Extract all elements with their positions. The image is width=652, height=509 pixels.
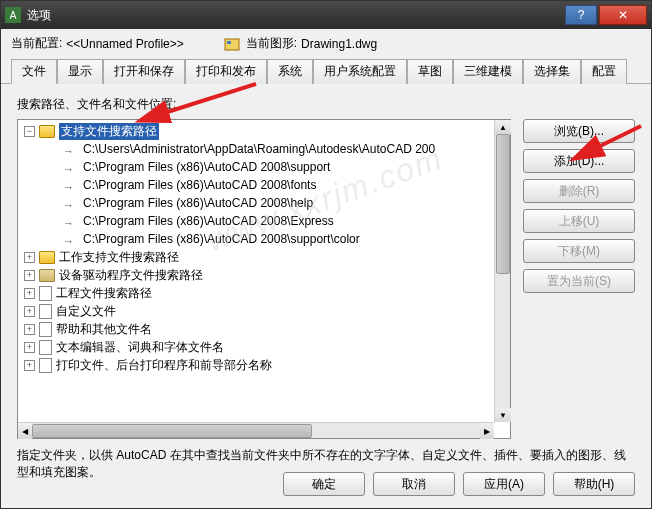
add-button[interactable]: 添加(D)... <box>523 149 635 173</box>
tab-user-prefs[interactable]: 用户系统配置 <box>313 59 407 84</box>
expand-icon[interactable]: + <box>24 252 35 263</box>
tree-root-label[interactable]: 支持文件搜索路径 <box>59 123 159 140</box>
expand-icon[interactable]: + <box>24 270 35 281</box>
move-down-button[interactable]: 下移(M) <box>523 239 635 263</box>
folder-icon <box>39 269 55 282</box>
current-config-value: <<Unnamed Profile>> <box>66 37 183 51</box>
collapse-icon[interactable]: − <box>24 126 35 137</box>
tree-path-item[interactable]: C:\Program Files (x86)\AutoCAD 2008\font… <box>20 176 508 194</box>
document-icon <box>39 322 52 337</box>
tab-files[interactable]: 文件 <box>11 59 57 84</box>
document-icon <box>39 304 52 319</box>
tab-strip: 文件 显示 打开和保存 打印和发布 系统 用户系统配置 草图 三维建模 选择集 … <box>1 58 651 84</box>
document-icon <box>39 286 52 301</box>
expand-icon[interactable]: + <box>24 342 35 353</box>
section-label: 搜索路径、文件名和文件位置: <box>17 96 635 113</box>
tab-display[interactable]: 显示 <box>57 59 103 84</box>
help-button[interactable]: 帮助(H) <box>553 472 635 496</box>
scrollbar-thumb[interactable] <box>32 424 312 438</box>
tree-path-item[interactable]: C:\Program Files (x86)\AutoCAD 2008\supp… <box>20 158 508 176</box>
tab-system[interactable]: 系统 <box>267 59 313 84</box>
tree-path-item[interactable]: C:\Program Files (x86)\AutoCAD 2008\supp… <box>20 230 508 248</box>
window-title: 选项 <box>27 7 565 24</box>
browse-button[interactable]: 浏览(B)... <box>523 119 635 143</box>
tree-node-text-editor[interactable]: +文本编辑器、词典和字体文件名 <box>20 338 508 356</box>
tree-node-custom-files[interactable]: +自定义文件 <box>20 302 508 320</box>
path-arrow-icon <box>63 162 77 172</box>
folder-icon <box>39 125 55 138</box>
path-arrow-icon <box>63 180 77 190</box>
tree-node-working-support[interactable]: +工作支持文件搜索路径 <box>20 248 508 266</box>
tab-profiles[interactable]: 配置 <box>581 59 627 84</box>
path-arrow-icon <box>63 198 77 208</box>
apply-button[interactable]: 应用(A) <box>463 472 545 496</box>
tree-view[interactable]: − 支持文件搜索路径 C:\Users\Administrator\AppDat… <box>17 119 511 439</box>
help-window-button[interactable]: ? <box>565 5 597 25</box>
tree-path-item[interactable]: C:\Users\Administrator\AppData\Roaming\A… <box>20 140 508 158</box>
scrollbar-thumb[interactable] <box>496 134 510 274</box>
tab-selection[interactable]: 选择集 <box>523 59 581 84</box>
current-config-label: 当前配置: <box>11 35 62 52</box>
header-bar: 当前配置: <<Unnamed Profile>> 当前图形: Drawing1… <box>1 29 651 58</box>
scroll-up-arrow-icon[interactable]: ▲ <box>495 120 511 134</box>
tab-drafting[interactable]: 草图 <box>407 59 453 84</box>
tree-node-print-files[interactable]: +打印文件、后台打印程序和前导部分名称 <box>20 356 508 374</box>
path-arrow-icon <box>63 216 77 226</box>
svg-rect-1 <box>227 41 231 44</box>
expand-icon[interactable]: + <box>24 288 35 299</box>
tree-path-item[interactable]: C:\Program Files (x86)\AutoCAD 2008\help <box>20 194 508 212</box>
ok-button[interactable]: 确定 <box>283 472 365 496</box>
horizontal-scrollbar[interactable]: ◀ ▶ <box>18 422 494 438</box>
expand-icon[interactable]: + <box>24 360 35 371</box>
tree-node-project-files[interactable]: +工程文件搜索路径 <box>20 284 508 302</box>
vertical-scrollbar[interactable]: ▲ ▼ <box>494 120 510 422</box>
scroll-left-arrow-icon[interactable]: ◀ <box>18 423 32 439</box>
tab-open-save[interactable]: 打开和保存 <box>103 59 185 84</box>
tab-3d-modeling[interactable]: 三维建模 <box>453 59 523 84</box>
document-icon <box>39 340 52 355</box>
tree-path-item[interactable]: C:\Program Files (x86)\AutoCAD 2008\Expr… <box>20 212 508 230</box>
cancel-button[interactable]: 取消 <box>373 472 455 496</box>
move-up-button[interactable]: 上移(U) <box>523 209 635 233</box>
tree-node-help-files[interactable]: +帮助和其他文件名 <box>20 320 508 338</box>
tree-root-support-paths[interactable]: − 支持文件搜索路径 <box>20 122 508 140</box>
set-current-button[interactable]: 置为当前(S) <box>523 269 635 293</box>
svg-rect-0 <box>225 39 239 50</box>
expand-icon[interactable]: + <box>24 324 35 335</box>
titlebar: A 选项 ? ✕ <box>1 1 651 29</box>
path-arrow-icon <box>63 234 77 244</box>
expand-icon[interactable]: + <box>24 306 35 317</box>
current-drawing-value: Drawing1.dwg <box>301 37 377 51</box>
close-window-button[interactable]: ✕ <box>599 5 647 25</box>
app-icon: A <box>5 7 21 23</box>
remove-button[interactable]: 删除(R) <box>523 179 635 203</box>
scroll-down-arrow-icon[interactable]: ▼ <box>495 408 511 422</box>
document-icon <box>39 358 52 373</box>
drawing-icon <box>224 36 240 52</box>
path-arrow-icon <box>63 144 77 154</box>
folder-icon <box>39 251 55 264</box>
scroll-right-arrow-icon[interactable]: ▶ <box>480 423 494 439</box>
current-drawing-label: 当前图形: <box>246 35 297 52</box>
tab-print-publish[interactable]: 打印和发布 <box>185 59 267 84</box>
tree-node-device-driver[interactable]: +设备驱动程序文件搜索路径 <box>20 266 508 284</box>
